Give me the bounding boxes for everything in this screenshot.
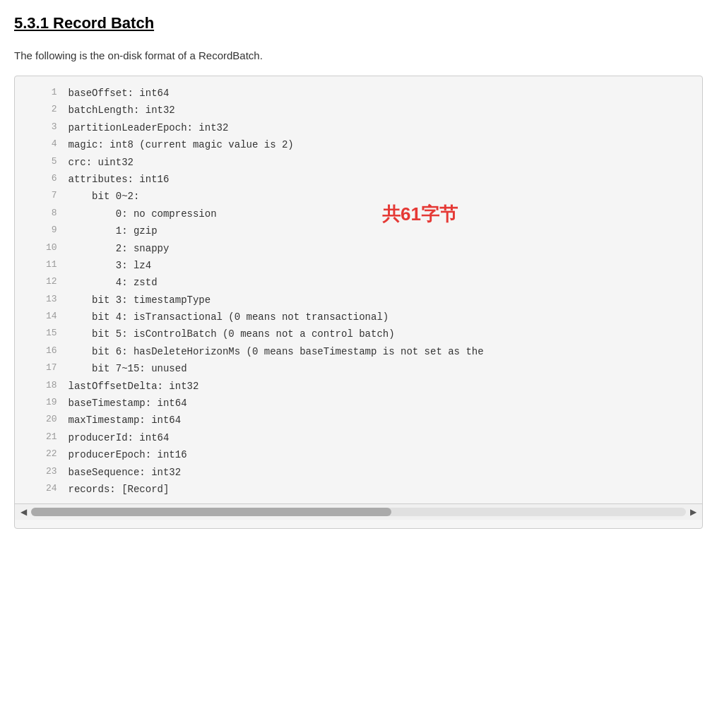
line-number: 9	[15, 222, 66, 239]
table-row: 7 bit 0~2:	[15, 188, 702, 205]
line-content: crc: uint32	[66, 154, 702, 171]
line-number: 17	[15, 360, 66, 377]
scroll-left-arrow[interactable]: ◀	[20, 507, 27, 517]
line-number: 10	[15, 240, 66, 257]
line-number: 18	[15, 378, 66, 395]
table-row: 3partitionLeaderEpoch: int32	[15, 119, 702, 136]
line-number: 7	[15, 188, 66, 205]
code-block: 共61字节 1baseOffset: int642batchLength: in…	[14, 76, 703, 529]
line-content: bit 3: timestampType	[66, 292, 702, 309]
line-number: 24	[15, 481, 66, 498]
line-number: 4	[15, 136, 66, 153]
line-number: 16	[15, 343, 66, 360]
line-content: bit 4: isTransactional (0 means not tran…	[66, 309, 702, 326]
line-content: producerEpoch: int16	[66, 446, 702, 463]
line-number: 14	[15, 309, 66, 326]
line-content: 2: snappy	[66, 240, 702, 257]
table-row: 14 bit 4: isTransactional (0 means not t…	[15, 309, 702, 326]
line-number: 8	[15, 205, 66, 222]
scrollbar-thumb[interactable]	[31, 508, 391, 516]
line-number: 3	[15, 119, 66, 136]
table-row: 4magic: int8 (current magic value is 2)	[15, 136, 702, 153]
table-row: 13 bit 3: timestampType	[15, 292, 702, 309]
line-number: 5	[15, 154, 66, 171]
line-number: 11	[15, 257, 66, 274]
annotation-label: 共61字节	[382, 202, 458, 227]
table-row: 23baseSequence: int32	[15, 464, 702, 481]
line-content: baseSequence: int32	[66, 464, 702, 481]
description-text: The following is the on-disk format of a…	[14, 49, 703, 61]
line-content: producerId: int64	[66, 429, 702, 446]
line-content: lastOffsetDelta: int32	[66, 378, 702, 395]
table-row: 15 bit 5: isControlBatch (0 means not a …	[15, 326, 702, 342]
table-row: 9 1: gzip	[15, 222, 702, 239]
line-content: partitionLeaderEpoch: int32	[66, 119, 702, 136]
line-number: 19	[15, 395, 66, 412]
table-row: 5crc: uint32	[15, 154, 702, 171]
line-content: attributes: int16	[66, 171, 702, 188]
line-content: 4: zstd	[66, 274, 702, 291]
table-row: 2batchLength: int32	[15, 102, 702, 119]
line-number: 12	[15, 274, 66, 291]
code-table: 1baseOffset: int642batchLength: int323pa…	[15, 85, 702, 498]
table-row: 16 bit 6: hasDeleteHorizonMs (0 means ba…	[15, 343, 702, 360]
table-row: 17 bit 7~15: unused	[15, 360, 702, 377]
horizontal-scrollbar[interactable]: ◀ ▶	[15, 503, 702, 520]
line-content: maxTimestamp: int64	[66, 412, 702, 429]
line-content: 3: lz4	[66, 257, 702, 274]
line-number: 1	[15, 85, 66, 102]
table-row: 12 4: zstd	[15, 274, 702, 291]
table-row: 6attributes: int16	[15, 171, 702, 188]
line-number: 22	[15, 446, 66, 463]
line-content: baseTimestamp: int64	[66, 395, 702, 412]
page-title: 5.3.1 Record Batch	[14, 14, 703, 32]
table-row: 10 2: snappy	[15, 240, 702, 257]
line-number: 23	[15, 464, 66, 481]
line-number: 6	[15, 171, 66, 188]
table-row: 19baseTimestamp: int64	[15, 395, 702, 412]
line-content: batchLength: int32	[66, 102, 702, 119]
line-number: 20	[15, 412, 66, 429]
line-content: baseOffset: int64	[66, 85, 702, 102]
table-row: 18lastOffsetDelta: int32	[15, 378, 702, 395]
table-row: 11 3: lz4	[15, 257, 702, 274]
line-number: 21	[15, 429, 66, 446]
table-row: 21producerId: int64	[15, 429, 702, 446]
line-number: 13	[15, 292, 66, 309]
scroll-right-arrow[interactable]: ▶	[690, 507, 697, 517]
scrollbar-track[interactable]	[31, 508, 686, 516]
line-content: bit 6: hasDeleteHorizonMs (0 means baseT…	[66, 343, 702, 360]
table-row: 20maxTimestamp: int64	[15, 412, 702, 429]
line-content: records: [Record]	[66, 481, 702, 498]
table-row: 1baseOffset: int64	[15, 85, 702, 102]
table-row: 22producerEpoch: int16	[15, 446, 702, 463]
table-row: 24records: [Record]	[15, 481, 702, 498]
table-row: 8 0: no compression	[15, 205, 702, 222]
line-number: 2	[15, 102, 66, 119]
line-content: bit 5: isControlBatch (0 means not a con…	[66, 326, 702, 342]
line-content: magic: int8 (current magic value is 2)	[66, 136, 702, 153]
line-content: bit 7~15: unused	[66, 360, 702, 377]
line-number: 15	[15, 326, 66, 342]
